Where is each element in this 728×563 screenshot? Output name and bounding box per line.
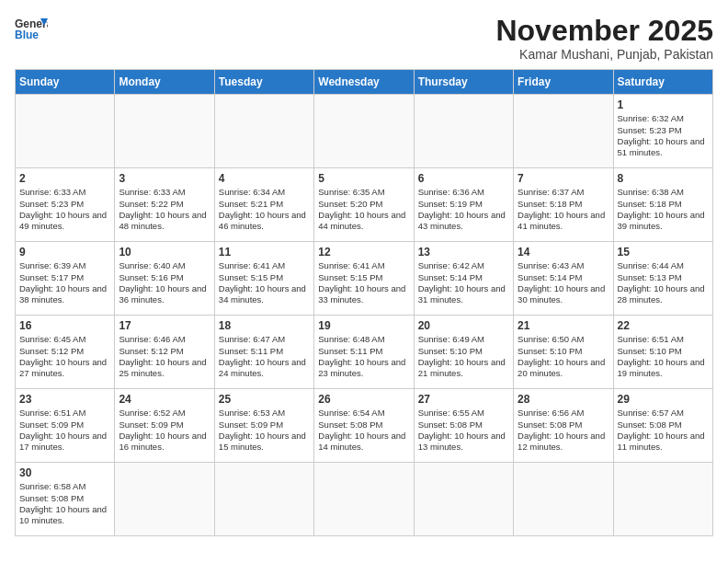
day-info: Sunrise: 6:41 AM Sunset: 5:15 PM Dayligh… <box>318 260 409 305</box>
day-number: 6 <box>418 172 509 185</box>
day-number: 11 <box>219 246 310 259</box>
day-info: Sunrise: 6:33 AM Sunset: 5:23 PM Dayligh… <box>19 187 110 232</box>
calendar-cell: 5Sunrise: 6:35 AM Sunset: 5:20 PM Daylig… <box>314 168 414 242</box>
header-sunday: Sunday <box>16 70 115 95</box>
day-info: Sunrise: 6:42 AM Sunset: 5:14 PM Dayligh… <box>418 260 509 305</box>
day-number: 3 <box>119 172 210 185</box>
calendar-cell: 10Sunrise: 6:40 AM Sunset: 5:16 PM Dayli… <box>115 242 214 316</box>
calendar-cell: 6Sunrise: 6:36 AM Sunset: 5:19 PM Daylig… <box>414 168 513 242</box>
calendar-week-4: 23Sunrise: 6:51 AM Sunset: 5:09 PM Dayli… <box>16 389 713 463</box>
day-info: Sunrise: 6:41 AM Sunset: 5:15 PM Dayligh… <box>219 260 310 305</box>
day-info: Sunrise: 6:53 AM Sunset: 5:09 PM Dayligh… <box>219 408 310 453</box>
header-friday: Friday <box>514 70 613 95</box>
day-info: Sunrise: 6:40 AM Sunset: 5:16 PM Dayligh… <box>119 260 210 305</box>
calendar-cell: 7Sunrise: 6:37 AM Sunset: 5:18 PM Daylig… <box>514 168 613 242</box>
calendar-cell: 9Sunrise: 6:39 AM Sunset: 5:17 PM Daylig… <box>16 242 115 316</box>
calendar-cell: 22Sunrise: 6:51 AM Sunset: 5:10 PM Dayli… <box>613 316 712 389</box>
day-number: 1 <box>618 98 709 111</box>
calendar-cell: 18Sunrise: 6:47 AM Sunset: 5:11 PM Dayli… <box>214 316 313 389</box>
day-number: 4 <box>219 172 310 185</box>
day-number: 5 <box>318 172 409 185</box>
day-number: 28 <box>518 393 609 406</box>
day-info: Sunrise: 6:34 AM Sunset: 5:21 PM Dayligh… <box>219 187 310 232</box>
calendar-cell <box>613 463 712 536</box>
header-thursday: Thursday <box>414 70 513 95</box>
header-wednesday: Wednesday <box>314 70 414 95</box>
calendar-cell: 3Sunrise: 6:33 AM Sunset: 5:22 PM Daylig… <box>115 168 214 242</box>
day-info: Sunrise: 6:57 AM Sunset: 5:08 PM Dayligh… <box>618 408 709 453</box>
day-info: Sunrise: 6:43 AM Sunset: 5:14 PM Dayligh… <box>518 260 609 305</box>
day-number: 16 <box>19 319 110 332</box>
calendar-cell <box>414 463 513 536</box>
day-info: Sunrise: 6:36 AM Sunset: 5:19 PM Dayligh… <box>418 187 509 232</box>
day-number: 25 <box>219 393 310 406</box>
day-number: 22 <box>618 319 709 332</box>
day-info: Sunrise: 6:50 AM Sunset: 5:10 PM Dayligh… <box>518 334 609 379</box>
day-number: 24 <box>119 393 210 406</box>
calendar-cell: 28Sunrise: 6:56 AM Sunset: 5:08 PM Dayli… <box>514 389 613 463</box>
calendar-cell <box>214 463 313 536</box>
calendar-header-row: SundayMondayTuesdayWednesdayThursdayFrid… <box>16 70 713 95</box>
calendar-cell <box>514 95 613 168</box>
day-info: Sunrise: 6:54 AM Sunset: 5:08 PM Dayligh… <box>318 408 409 453</box>
calendar-cell: 8Sunrise: 6:38 AM Sunset: 5:18 PM Daylig… <box>613 168 712 242</box>
day-number: 14 <box>518 246 609 259</box>
day-number: 8 <box>618 172 709 185</box>
calendar-cell: 13Sunrise: 6:42 AM Sunset: 5:14 PM Dayli… <box>414 242 513 316</box>
calendar-title: November 2025 <box>495 15 713 47</box>
day-info: Sunrise: 6:56 AM Sunset: 5:08 PM Dayligh… <box>518 408 609 453</box>
svg-text:Blue: Blue <box>15 29 39 40</box>
calendar-cell: 17Sunrise: 6:46 AM Sunset: 5:12 PM Dayli… <box>115 316 214 389</box>
calendar-cell: 30Sunrise: 6:58 AM Sunset: 5:08 PM Dayli… <box>16 463 115 536</box>
day-number: 27 <box>418 393 509 406</box>
day-number: 21 <box>518 319 609 332</box>
calendar-cell: 19Sunrise: 6:48 AM Sunset: 5:11 PM Dayli… <box>314 316 414 389</box>
day-number: 30 <box>19 466 110 479</box>
day-number: 2 <box>19 172 110 185</box>
calendar-week-2: 9Sunrise: 6:39 AM Sunset: 5:17 PM Daylig… <box>16 242 713 316</box>
day-number: 9 <box>19 246 110 259</box>
calendar-cell <box>314 95 414 168</box>
day-info: Sunrise: 6:35 AM Sunset: 5:20 PM Dayligh… <box>318 187 409 232</box>
day-number: 12 <box>318 246 409 259</box>
logo-icon: General Blue <box>15 15 48 40</box>
calendar-cell: 12Sunrise: 6:41 AM Sunset: 5:15 PM Dayli… <box>314 242 414 316</box>
calendar-cell: 24Sunrise: 6:52 AM Sunset: 5:09 PM Dayli… <box>115 389 214 463</box>
day-info: Sunrise: 6:52 AM Sunset: 5:09 PM Dayligh… <box>119 408 210 453</box>
day-info: Sunrise: 6:32 AM Sunset: 5:23 PM Dayligh… <box>618 113 709 158</box>
calendar-cell <box>314 463 414 536</box>
calendar-cell: 26Sunrise: 6:54 AM Sunset: 5:08 PM Dayli… <box>314 389 414 463</box>
calendar-cell <box>414 95 513 168</box>
day-info: Sunrise: 6:39 AM Sunset: 5:17 PM Dayligh… <box>19 260 110 305</box>
header-monday: Monday <box>115 70 214 95</box>
calendar-week-1: 2Sunrise: 6:33 AM Sunset: 5:23 PM Daylig… <box>16 168 713 242</box>
day-number: 19 <box>318 319 409 332</box>
day-number: 26 <box>318 393 409 406</box>
calendar-week-3: 16Sunrise: 6:45 AM Sunset: 5:12 PM Dayli… <box>16 316 713 389</box>
day-number: 29 <box>618 393 709 406</box>
day-number: 20 <box>418 319 509 332</box>
calendar-week-5: 30Sunrise: 6:58 AM Sunset: 5:08 PM Dayli… <box>16 463 713 536</box>
calendar-cell <box>16 95 115 168</box>
page-header: General Blue November 2025 Kamar Mushani… <box>15 15 713 62</box>
calendar-cell: 29Sunrise: 6:57 AM Sunset: 5:08 PM Dayli… <box>613 389 712 463</box>
calendar-cell: 25Sunrise: 6:53 AM Sunset: 5:09 PM Dayli… <box>214 389 313 463</box>
calendar-subtitle: Kamar Mushani, Punjab, Pakistan <box>495 47 713 62</box>
day-number: 18 <box>219 319 310 332</box>
day-info: Sunrise: 6:37 AM Sunset: 5:18 PM Dayligh… <box>518 187 609 232</box>
calendar-cell: 14Sunrise: 6:43 AM Sunset: 5:14 PM Dayli… <box>514 242 613 316</box>
calendar-cell: 20Sunrise: 6:49 AM Sunset: 5:10 PM Dayli… <box>414 316 513 389</box>
calendar-cell: 16Sunrise: 6:45 AM Sunset: 5:12 PM Dayli… <box>16 316 115 389</box>
day-info: Sunrise: 6:44 AM Sunset: 5:13 PM Dayligh… <box>618 260 709 305</box>
day-number: 13 <box>418 246 509 259</box>
day-number: 23 <box>19 393 110 406</box>
day-info: Sunrise: 6:55 AM Sunset: 5:08 PM Dayligh… <box>418 408 509 453</box>
day-number: 15 <box>618 246 709 259</box>
day-info: Sunrise: 6:58 AM Sunset: 5:08 PM Dayligh… <box>19 481 110 526</box>
day-number: 17 <box>119 319 210 332</box>
day-info: Sunrise: 6:51 AM Sunset: 5:10 PM Dayligh… <box>618 334 709 379</box>
calendar-cell: 1Sunrise: 6:32 AM Sunset: 5:23 PM Daylig… <box>613 95 712 168</box>
calendar-title-area: November 2025 Kamar Mushani, Punjab, Pak… <box>495 15 713 62</box>
calendar-week-0: 1Sunrise: 6:32 AM Sunset: 5:23 PM Daylig… <box>16 95 713 168</box>
header-saturday: Saturday <box>613 70 712 95</box>
